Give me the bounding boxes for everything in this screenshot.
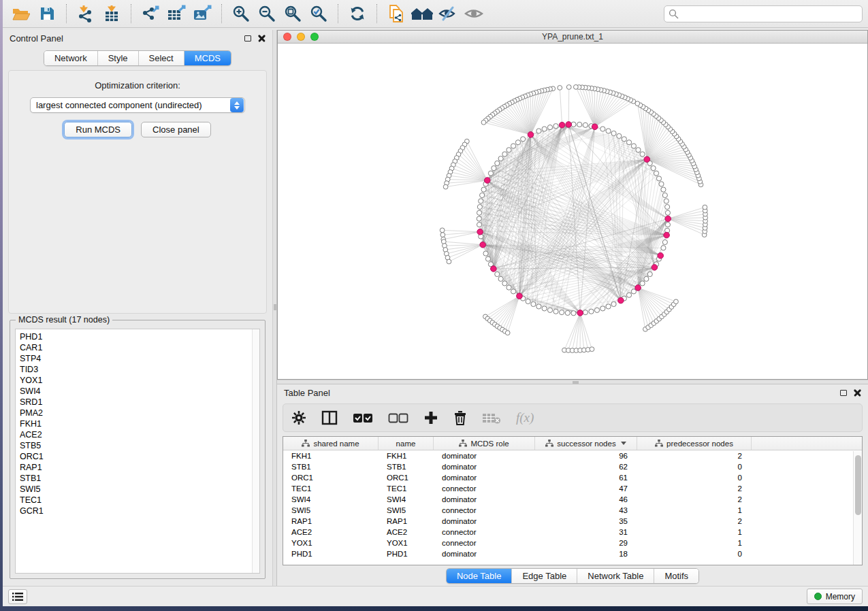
import-table-button[interactable] [100,3,123,24]
table-row[interactable]: SWI5SWI5connector431 [283,505,862,516]
task-history-button[interactable] [8,589,27,604]
tab-node-table[interactable]: Node Table [447,569,513,583]
mcds-node[interactable] [480,242,486,248]
list-item[interactable]: ORC1 [20,451,259,462]
function-builder-button[interactable]: f(x) [516,408,534,428]
create-column-button[interactable] [423,408,438,428]
save-session-button[interactable] [35,3,59,24]
tab-network[interactable]: Network [44,51,98,65]
list-item[interactable]: STP4 [20,353,259,364]
mcds-node[interactable] [559,122,565,129]
tab-edge-table[interactable]: Edge Table [512,569,577,583]
mcds-node[interactable] [528,132,534,138]
mcds-node[interactable] [484,178,490,184]
mcds-node[interactable] [491,266,497,272]
table-row[interactable]: PHD1PHD1dominator180 [283,548,862,559]
list-item[interactable]: GCR1 [20,506,259,516]
close-panel-button[interactable]: Close panel [141,122,211,137]
deselect-all-button[interactable] [388,408,408,428]
list-item[interactable]: RAP1 [20,462,259,473]
import-network-button[interactable] [74,3,97,24]
delete-columns-button[interactable] [453,408,467,428]
search-input[interactable] [682,9,858,18]
table-row[interactable]: STB1STB1dominator620 [283,461,862,472]
mcds-node[interactable] [665,216,671,222]
tab-mcds[interactable]: MCDS [184,51,231,65]
mcds-node[interactable] [517,293,523,299]
horizontal-splitter[interactable] [277,380,868,384]
column-header-MCDS-role[interactable]: MCDS role [434,437,535,450]
vertical-splitter[interactable] [272,30,277,586]
column-header-shared-name[interactable]: shared name [283,437,379,450]
table-row[interactable]: YOX1YOX1connector291 [283,538,862,548]
list-item[interactable]: TEC1 [20,495,259,506]
list-scrollbar[interactable] [252,329,259,573]
table-scrollbar[interactable] [853,451,862,565]
hide-selected-button[interactable] [436,3,460,24]
mcds-node[interactable] [635,285,641,291]
close-panel-icon[interactable] [258,35,266,42]
zoom-fit-button[interactable] [281,3,304,24]
tab-style[interactable]: Style [98,51,139,65]
table-row[interactable]: FKH1FKH1dominator962 [283,450,862,461]
table-scrollbar-thumb[interactable] [855,455,861,515]
table-row[interactable]: SWI4SWI4dominator462 [283,494,862,505]
list-item[interactable]: SWI5 [20,484,259,495]
list-item[interactable]: TID3 [20,364,259,375]
zoom-in-button[interactable] [229,3,253,24]
open-file-button[interactable] [10,3,33,24]
float-panel-icon[interactable] [244,35,251,42]
export-network-button[interactable] [139,3,162,24]
show-columns-button[interactable] [321,408,338,428]
splitter-grip[interactable] [573,381,579,384]
list-item[interactable]: YOX1 [20,375,259,386]
copy-network-button[interactable] [385,3,408,24]
tab-motifs[interactable]: Motifs [654,569,698,583]
network-window-titlebar[interactable]: YPA_prune.txt_1 [278,31,867,44]
network-canvas[interactable] [278,44,867,379]
list-item[interactable]: STB1 [20,473,259,484]
memory-button[interactable]: Memory [807,589,863,604]
tab-select[interactable]: Select [139,51,184,65]
column-header-name[interactable]: name [379,437,434,450]
list-item[interactable]: ACE2 [20,429,259,440]
column-header-successor-nodes[interactable]: successor nodes [535,437,637,450]
zoom-out-button[interactable] [255,3,278,24]
table-settings-button[interactable] [291,408,306,428]
column-header-predecessor-nodes[interactable]: predecessor nodes [637,437,752,450]
show-neighbors-button[interactable] [411,3,434,24]
list-item[interactable]: PMA2 [20,408,259,418]
export-table-button[interactable] [165,3,188,24]
table-row[interactable]: ORC1ORC1dominator610 [283,472,862,483]
list-item[interactable]: STB5 [20,440,259,451]
zoom-selected-button[interactable] [307,3,330,24]
mcds-node[interactable] [592,124,598,130]
list-item[interactable]: SWI4 [20,386,259,397]
run-mcds-button[interactable]: Run MCDS [64,122,132,137]
mcds-node[interactable] [477,229,483,235]
list-item[interactable]: CAR1 [20,342,259,353]
mcds-node[interactable] [618,297,624,303]
criterion-select[interactable]: largest connected component (undirected) [30,97,245,113]
export-image-button[interactable] [191,3,214,24]
mcds-node[interactable] [566,122,572,128]
table-row[interactable]: RAP1RAP1dominator352 [283,516,862,527]
mcds-node[interactable] [652,265,658,271]
float-panel-icon[interactable] [840,390,847,396]
refresh-network-button[interactable] [346,3,369,24]
delete-table-button[interactable] [482,408,501,428]
select-all-button[interactable] [353,408,373,428]
list-item[interactable]: FKH1 [20,418,259,429]
mcds-result-list[interactable]: PHD1CAR1STP4TID3YOX1SWI4SRD1PMA2FKH1ACE2… [15,329,260,574]
mcds-node[interactable] [644,156,650,163]
mcds-node[interactable] [658,252,664,259]
list-item[interactable]: SRD1 [20,397,259,408]
splitter-grip[interactable] [274,304,276,310]
mcds-node[interactable] [577,310,583,316]
show-all-button[interactable] [462,3,485,24]
list-item[interactable]: PHD1 [20,331,259,342]
mcds-node[interactable] [664,232,670,238]
close-panel-icon[interactable] [854,389,861,397]
tab-network-table[interactable]: Network Table [577,569,654,583]
table-row[interactable]: TEC1TEC1connector472 [283,483,862,494]
